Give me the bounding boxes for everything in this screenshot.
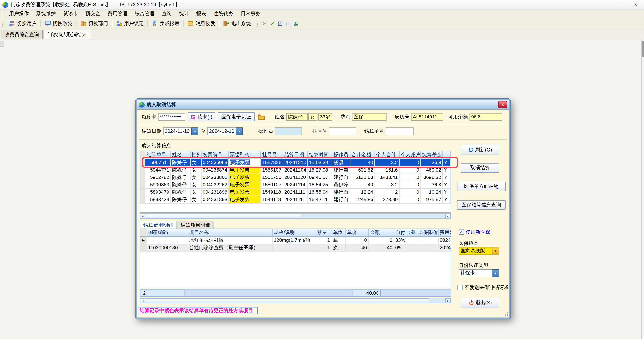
column-header[interactable]: 操作员	[332, 151, 350, 159]
folder-icon[interactable]	[258, 114, 265, 120]
date-to-combo[interactable]: 2024-12-10	[207, 127, 243, 135]
chevron-down-icon[interactable]	[492, 269, 499, 277]
row-selector-cell[interactable]	[140, 188, 145, 196]
dialog-close-button[interactable]: ✕	[498, 101, 507, 108]
maximize-button[interactable]: ☐	[611, 0, 628, 10]
menu-item-reports[interactable]: 报表	[192, 10, 210, 18]
column-header[interactable]: 结算单号	[145, 151, 171, 159]
scrollbar-thumb[interactable]	[146, 214, 301, 218]
scrollbar-thumb[interactable]	[642, 41, 644, 57]
close-button[interactable]: ✕	[628, 0, 644, 10]
switch-department-button[interactable]: 切换部门	[78, 19, 110, 28]
resize-grip[interactable]	[503, 312, 508, 317]
table-row[interactable]: 5957511陈姝仔女004236069电子发票1557826202412101…	[140, 159, 450, 166]
column-header[interactable]: 发票编号	[201, 151, 228, 159]
menu-item-user-ops[interactable]: 用户操作	[5, 10, 32, 18]
row-selector-cell[interactable]	[140, 244, 146, 251]
regno-input[interactable]	[329, 127, 356, 135]
column-header[interactable]: 规格/说明	[272, 229, 316, 236]
toolbar-grip[interactable]	[2, 11, 4, 17]
insurance-version-combo[interactable]: 国家基线版	[459, 247, 499, 255]
switch-system-button[interactable]: 切换系统	[42, 19, 75, 28]
table-row[interactable]: 5893434陈姝仔女004231893电子发票1549118202411111…	[140, 196, 450, 203]
scroll-left-button[interactable]: ◂	[140, 214, 146, 218]
chevron-down-icon[interactable]	[492, 247, 499, 255]
auth-type-value[interactable]: 社保卡	[459, 269, 492, 277]
table-row[interactable]: 11020000130普通门诊诊查费（副主任医师）1次40400%2024-1	[140, 244, 451, 251]
row-selector-cell[interactable]: ▶	[140, 236, 146, 244]
user-lock-button[interactable]: 用户锁定	[114, 19, 146, 28]
menu-item-visit-card[interactable]: 就诊卡	[60, 10, 82, 18]
checkbox-icon[interactable]	[458, 285, 463, 290]
checkbox-icon[interactable]: ☑	[276, 20, 284, 27]
ehc-button[interactable]: 医保电子凭证	[218, 112, 254, 121]
column-header[interactable]: 结算时间	[308, 151, 332, 159]
column-header[interactable]: 性别	[190, 151, 201, 159]
chevron-down-icon[interactable]	[236, 127, 243, 135]
column-header[interactable]: 结算日期	[283, 151, 307, 159]
column-header[interactable]: 统筹基金	[420, 151, 443, 159]
no-send-reverse-checkbox[interactable]: 不发送医保冲销请求	[458, 284, 509, 291]
column-header[interactable]: 数量	[316, 229, 332, 236]
column-header[interactable]: 单位	[332, 229, 346, 236]
table-row[interactable]: ▶地舒单抗注射液120mg(1.7ml)/瓶1瓶0033%2024-1	[140, 236, 451, 244]
checkmark-icon[interactable]: ✔	[269, 20, 276, 27]
column-header[interactable]	[443, 151, 450, 159]
read-card-button[interactable]: 读卡(-)	[188, 112, 215, 121]
menu-item-system-maint[interactable]: 系统维护	[32, 10, 60, 18]
row-selector-cell[interactable]	[140, 196, 145, 203]
vertical-scrollbar[interactable]	[641, 40, 644, 339]
column-header[interactable]: 姓名	[171, 151, 190, 159]
column-header[interactable]: 合计金额	[350, 151, 375, 159]
menu-item-fee-mgmt[interactable]: 费用管理	[104, 10, 131, 18]
toolbar-grip[interactable]	[257, 20, 259, 27]
card-input[interactable]	[158, 113, 185, 121]
settleno-input[interactable]	[386, 127, 414, 135]
tab-outpatient-cancel-settlement[interactable]: 门诊病人取消结算	[44, 30, 90, 40]
menu-item-stats[interactable]: 统计	[175, 10, 192, 18]
toolbar-grip[interactable]	[2, 20, 4, 27]
row-selector-cell[interactable]	[140, 159, 145, 166]
chevron-down-icon[interactable]	[192, 127, 198, 135]
checkbox-icon[interactable]	[459, 229, 464, 235]
tab-cashier-query[interactable]: 收费员综合查询	[1, 30, 43, 39]
scroll-right-button[interactable]: ▸	[445, 298, 450, 303]
exit-button[interactable]: 退出(X)	[461, 297, 500, 307]
column-header[interactable]: 挂号号	[261, 151, 283, 159]
exit-system-button[interactable]: 退出系统	[220, 19, 254, 28]
row-selector-cell[interactable]	[140, 174, 145, 181]
table-row[interactable]: 5893479陈姝仔女004231896电子发票1549118202411111…	[140, 188, 450, 196]
menu-item-general-mgmt[interactable]: 综合管理	[131, 10, 158, 18]
row-selector-cell[interactable]	[140, 166, 145, 174]
column-header[interactable]: 个人自付	[375, 151, 399, 159]
panel-grip[interactable]	[0, 41, 4, 47]
menu-item-inpatient-agency[interactable]: 住院代办	[210, 10, 237, 18]
switch-user-button[interactable]: 切换用户	[6, 19, 39, 28]
grid-view-icon[interactable]: ▦	[292, 20, 300, 27]
menu-item-query[interactable]: 查询	[158, 10, 175, 18]
insurance-query-button[interactable]: 医保结算信息查询	[457, 200, 506, 210]
column-header[interactable]: 自付比例	[394, 229, 417, 236]
minimize-button[interactable]: ─	[595, 0, 611, 10]
column-header[interactable]: 国家编码	[146, 229, 188, 236]
scissors-icon[interactable]: ✂	[261, 20, 269, 27]
column-header[interactable]: 项目名称	[188, 229, 272, 236]
integrated-report-button[interactable]: 集成报表	[149, 19, 182, 28]
refresh-button[interactable]: 刷新(Q)	[461, 145, 500, 155]
operator-input[interactable]	[275, 127, 302, 135]
menu-item-prepay[interactable]: 预交金	[82, 10, 104, 18]
use-new-insurance-checkbox[interactable]: 使用新医保	[459, 229, 490, 236]
column-header[interactable]: 金额	[368, 229, 394, 236]
row-selector-cell[interactable]	[140, 181, 145, 188]
message-button[interactable]: 消息收发	[185, 19, 218, 28]
scroll-right-button[interactable]: ▸	[445, 214, 450, 218]
date-to-value[interactable]: 2024-12-10	[207, 127, 236, 135]
auth-type-combo[interactable]: 社保卡	[459, 269, 499, 277]
table-row[interactable]: 5912782陈姝仔女004233801电子发票1551750202411200…	[140, 174, 450, 181]
column-header[interactable]: 票据型态	[228, 151, 260, 159]
settlement-horizontal-scrollbar[interactable]: ◂ ▸	[140, 213, 451, 219]
table-row[interactable]: 5900863陈姝仔女004232262电子发票1550107202411141…	[140, 181, 450, 188]
column-header[interactable]: 单价	[346, 229, 368, 236]
split-view-icon[interactable]: ◫	[284, 20, 292, 27]
cancel-settlement-button[interactable]: 取消结算	[461, 163, 500, 173]
